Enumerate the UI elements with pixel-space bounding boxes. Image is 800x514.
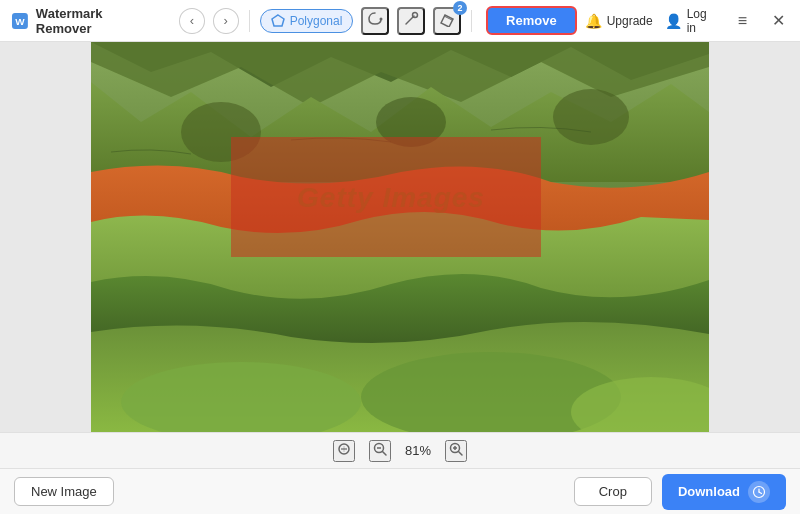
svg-marker-2 — [272, 15, 284, 26]
svg-point-3 — [380, 18, 383, 21]
svg-line-20 — [382, 452, 386, 456]
download-clock-icon — [748, 481, 770, 503]
app-title: Watermark Remover — [36, 6, 161, 36]
remove-button[interactable]: Remove — [486, 6, 577, 35]
eraser-badge: 2 — [453, 1, 467, 15]
login-button[interactable]: 👤 Log in — [665, 7, 719, 35]
svg-marker-6 — [441, 15, 453, 27]
brush-icon — [403, 11, 419, 30]
zoom-in-button[interactable] — [445, 440, 467, 462]
new-image-button[interactable]: New Image — [14, 477, 114, 506]
logo-icon: W — [10, 11, 30, 31]
reset-zoom-icon — [336, 441, 352, 460]
svg-line-27 — [759, 492, 762, 494]
svg-point-11 — [553, 89, 629, 145]
main-canvas-area: Getty Images — [0, 42, 800, 432]
app-logo: W Watermark Remover — [10, 6, 161, 36]
lasso-tool-button[interactable] — [361, 7, 389, 35]
canvas-container[interactable]: Getty Images — [91, 42, 709, 432]
svg-text:W: W — [15, 15, 25, 26]
polygonal-icon — [271, 14, 285, 28]
footer-right: Crop Download — [574, 474, 786, 510]
forward-icon: › — [224, 13, 228, 28]
upgrade-icon: 🔔 — [585, 13, 602, 29]
back-icon: ‹ — [190, 13, 194, 28]
zoom-in-icon — [448, 441, 464, 460]
header-right: 🔔 Upgrade 👤 Log in ≡ ✕ — [585, 7, 790, 35]
zoom-level: 81% — [405, 443, 431, 458]
selection-rectangle[interactable] — [231, 137, 541, 257]
svg-point-5 — [413, 13, 418, 18]
eraser-wrapper: 2 — [433, 7, 461, 35]
login-label: Log in — [687, 7, 719, 35]
toolbar: W Watermark Remover ‹ › Polygonal — [0, 0, 800, 42]
separator-2 — [471, 10, 472, 32]
polygonal-tool-button[interactable]: Polygonal — [260, 9, 354, 33]
menu-button[interactable]: ≡ — [731, 9, 755, 33]
polygonal-label: Polygonal — [290, 14, 343, 28]
footer: New Image Crop Download — [0, 468, 800, 514]
close-button[interactable]: ✕ — [766, 9, 790, 33]
forward-button[interactable]: › — [213, 8, 239, 34]
lasso-icon — [367, 11, 383, 30]
back-button[interactable]: ‹ — [179, 8, 205, 34]
user-icon: 👤 — [665, 13, 682, 29]
download-button[interactable]: Download — [662, 474, 786, 510]
status-bar: 81% — [0, 432, 800, 468]
zoom-out-button[interactable] — [369, 440, 391, 462]
separator-1 — [249, 10, 250, 32]
upgrade-button[interactable]: 🔔 Upgrade — [585, 13, 653, 29]
zoom-out-icon — [372, 441, 388, 460]
upgrade-label: Upgrade — [607, 14, 653, 28]
brush-tool-button[interactable] — [397, 7, 425, 35]
reset-zoom-button[interactable] — [333, 440, 355, 462]
eraser-icon — [439, 11, 455, 30]
crop-button[interactable]: Crop — [574, 477, 652, 506]
download-label: Download — [678, 484, 740, 499]
svg-line-24 — [459, 452, 463, 456]
